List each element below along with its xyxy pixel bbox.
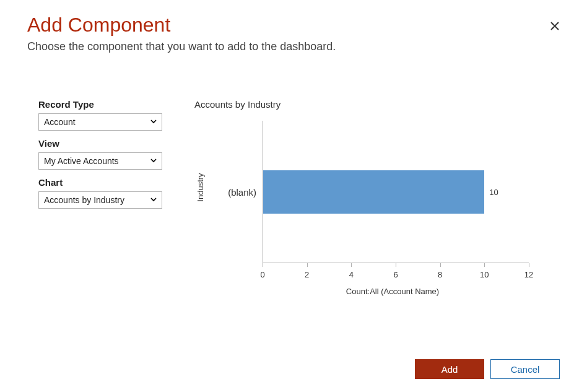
x-tick	[263, 263, 263, 267]
x-tick-label: 6	[393, 270, 398, 279]
x-tick-label: 2	[305, 270, 309, 279]
view-value: My Active Accounts	[44, 156, 119, 166]
chart-bar	[263, 170, 484, 214]
chevron-down-icon	[149, 156, 158, 165]
chart-preview: Accounts by Industry Industry 024681012(…	[188, 99, 560, 346]
x-tick	[396, 263, 396, 267]
form-panel: Record Type Account View My Active Accou…	[38, 99, 188, 346]
chart-plot-area: 024681012(blank)10	[263, 121, 529, 263]
x-tick-label: 12	[524, 270, 533, 279]
cancel-button[interactable]: Cancel	[490, 359, 560, 379]
chart-select[interactable]: Accounts by Industry	[38, 191, 162, 209]
view-select[interactable]: My Active Accounts	[38, 152, 162, 170]
chevron-down-icon	[149, 195, 158, 204]
x-tick-label: 0	[260, 270, 264, 279]
chart-label: Chart	[38, 177, 188, 188]
x-tick	[351, 263, 352, 267]
chevron-down-icon	[149, 117, 158, 126]
dialog-title: Add Component	[27, 14, 560, 37]
x-tick-label: 10	[480, 270, 489, 279]
x-tick	[307, 263, 308, 267]
x-tick	[484, 263, 485, 267]
add-button[interactable]: Add	[415, 359, 484, 379]
chart-y-axis-label: Industry	[196, 173, 205, 201]
close-icon	[550, 19, 560, 34]
x-tick	[440, 263, 441, 267]
record-type-label: Record Type	[38, 99, 188, 110]
dialog-footer: Add Cancel	[0, 346, 587, 392]
bar-value-label: 10	[489, 188, 498, 197]
view-label: View	[38, 138, 188, 149]
chart-x-axis-label: Count:All (Account Name)	[346, 287, 439, 296]
x-tick-label: 4	[349, 270, 354, 279]
x-tick	[529, 263, 529, 267]
close-button[interactable]	[550, 20, 560, 33]
record-type-value: Account	[44, 117, 76, 127]
chart-title: Accounts by Industry	[194, 99, 560, 110]
category-label: (blank)	[228, 187, 263, 198]
dialog-subtitle: Choose the component that you want to ad…	[27, 40, 560, 53]
chart-value: Accounts by Industry	[44, 195, 124, 205]
record-type-select[interactable]: Account	[38, 113, 162, 131]
x-tick-label: 8	[438, 270, 442, 279]
